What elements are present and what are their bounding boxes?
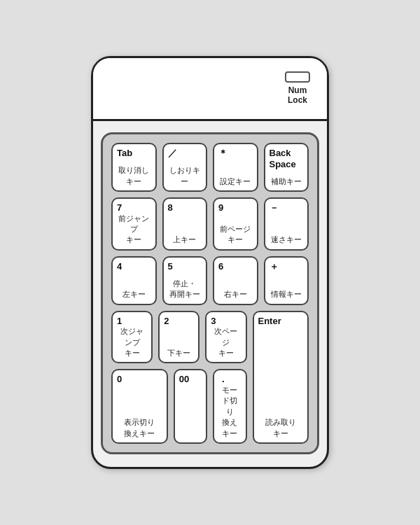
key-primary-tab: Tab <box>117 148 132 159</box>
key-sub-1: 次ジャンプキー <box>117 326 147 358</box>
key-plus[interactable]: ＋ 情報キー <box>264 256 309 305</box>
key-primary-enter: Enter <box>258 316 281 327</box>
key-dot[interactable]: ． モード切り換えキー <box>213 369 246 444</box>
key-row-4: 1 次ジャンプキー 2 下キー 3 次ページキー 0 <box>111 311 309 444</box>
num-lock-led <box>285 71 310 83</box>
key-sub-6: 右キー <box>218 289 253 300</box>
top-panel: NumLock <box>93 58 327 121</box>
key-sub-0: 表示切り換えキー <box>117 417 162 439</box>
key-sub-dot: モード切り換えキー <box>218 385 241 439</box>
key-sub-8: 上キー <box>168 234 202 245</box>
key-primary-dot: ． <box>218 374 227 385</box>
key-6[interactable]: 6 右キー <box>213 256 258 305</box>
key-primary-slash: ／ <box>168 148 177 159</box>
key-sub-plus: 情報キー <box>270 289 304 300</box>
key-primary-9: 9 <box>218 202 223 214</box>
key-primary-6: 6 <box>218 261 223 272</box>
key-sub-minus: 速さキー <box>270 234 304 245</box>
numpad-device: NumLock Tab 取り消しキー ／ しおりキー ＊ 設定キー BackSp… <box>91 56 329 469</box>
key-sub-asterisk: 設定キー <box>218 176 253 187</box>
key-asterisk[interactable]: ＊ 設定キー <box>213 143 258 192</box>
key-sub-7: 前ジャンプキー <box>117 214 151 246</box>
key-primary-0: 0 <box>117 374 122 385</box>
key-enter[interactable]: Enter 読み取りキー <box>253 311 309 444</box>
num-lock-label: NumLock <box>288 85 307 106</box>
key-sub-3: 次ページキー <box>211 326 241 358</box>
key-sub-4: 左キー <box>117 289 151 300</box>
key-slash[interactable]: ／ しおりキー <box>162 143 208 192</box>
key-primary-8: 8 <box>168 202 173 214</box>
key-3[interactable]: 3 次ページキー <box>205 311 246 364</box>
key-8[interactable]: 8 上キー <box>162 197 208 251</box>
key-primary-backspace: BackSpace <box>270 148 296 169</box>
key-0[interactable]: 0 表示切り換えキー <box>111 369 168 444</box>
key-primary-asterisk: ＊ <box>218 148 227 159</box>
key-primary-00: 00 <box>179 374 189 385</box>
key-primary-7: 7 <box>117 202 122 214</box>
key-minus[interactable]: － 速さキー <box>264 197 309 251</box>
key-00[interactable]: 00 <box>174 369 207 444</box>
key-row-3: 4 左キー 5 停止・再開キー 6 右キー ＋ 情報キー <box>111 256 309 305</box>
key-sub-9: 前ページキー <box>218 224 253 246</box>
key-row-1: Tab 取り消しキー ／ しおりキー ＊ 設定キー BackSpace 補助キー <box>111 143 309 192</box>
key-sub-backspace: 補助キー <box>270 176 304 187</box>
key-row-2: 7 前ジャンプキー 8 上キー 9 前ページキー － 速さキー <box>111 197 309 251</box>
key-primary-1: 1 <box>117 316 122 327</box>
key-sub-5: 停止・再開キー <box>168 279 202 300</box>
key-primary-5: 5 <box>168 261 173 272</box>
keypad-area: Tab 取り消しキー ／ しおりキー ＊ 設定キー BackSpace 補助キー… <box>101 132 319 454</box>
num-lock-area: NumLock <box>285 71 310 106</box>
key-2[interactable]: 2 下キー <box>158 311 200 364</box>
key-sub-tab: 取り消しキー <box>117 165 151 187</box>
key-5[interactable]: 5 停止・再開キー <box>162 256 208 305</box>
key-sub-2: 下キー <box>164 348 194 358</box>
key-sub-enter: 読み取りキー <box>258 417 304 439</box>
key-primary-minus: － <box>270 202 279 214</box>
key-primary-2: 2 <box>164 316 169 327</box>
key-backspace[interactable]: BackSpace 補助キー <box>264 143 309 192</box>
key-primary-4: 4 <box>117 261 122 272</box>
key-9[interactable]: 9 前ページキー <box>213 197 258 251</box>
key-7[interactable]: 7 前ジャンプキー <box>111 197 157 251</box>
key-1[interactable]: 1 次ジャンプキー <box>111 311 153 364</box>
key-sub-slash: しおりキー <box>168 165 202 187</box>
key-primary-plus: ＋ <box>270 261 279 272</box>
key-4[interactable]: 4 左キー <box>111 256 157 305</box>
key-tab[interactable]: Tab 取り消しキー <box>111 143 157 192</box>
key-primary-3: 3 <box>211 316 216 327</box>
